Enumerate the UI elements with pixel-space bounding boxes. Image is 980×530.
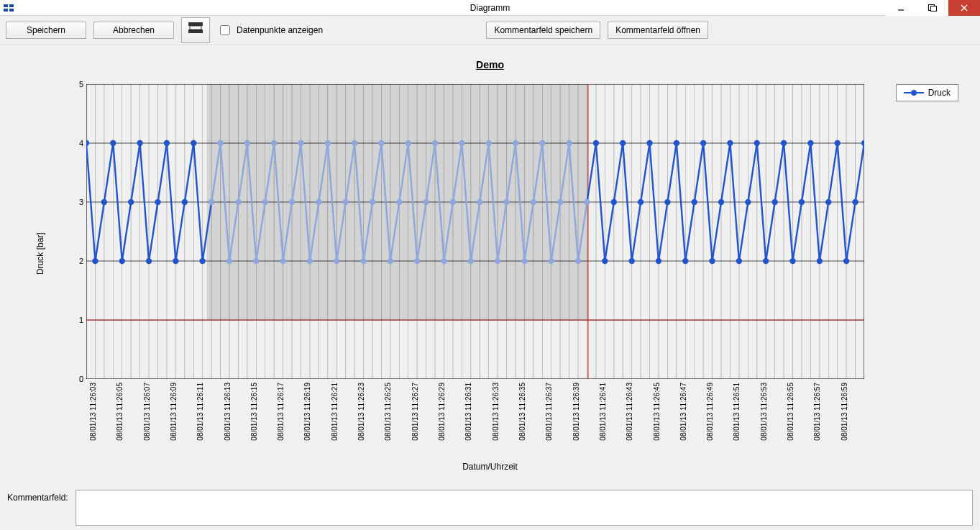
svg-point-263 xyxy=(664,199,670,205)
legend-swatch-icon xyxy=(904,89,924,96)
svg-rect-11 xyxy=(190,26,201,29)
x-tick: 08/01/13 11:26:55 xyxy=(787,383,794,441)
svg-point-255 xyxy=(593,140,599,146)
comment-row: Kommentarfeld: xyxy=(0,484,980,530)
x-tick: 08/01/13 11:26:25 xyxy=(384,383,392,441)
svg-point-283 xyxy=(843,258,849,264)
svg-point-226 xyxy=(334,258,339,264)
x-axis-label: Datum/Uhrzeit xyxy=(462,462,518,472)
svg-point-212 xyxy=(209,199,214,205)
svg-rect-0 xyxy=(4,4,8,7)
x-tick: 08/01/13 11:26:49 xyxy=(706,383,714,441)
minimize-button[interactable] xyxy=(885,0,917,16)
x-tick: 08/01/13 11:26:19 xyxy=(303,383,311,441)
y-tick: 3 xyxy=(79,198,83,206)
svg-line-188 xyxy=(775,143,784,202)
comment-save-button[interactable]: Kommentarfeld speichern xyxy=(486,22,600,39)
comment-open-button[interactable]: Kommentarfeld öffnen xyxy=(608,22,708,39)
svg-line-121 xyxy=(175,202,184,261)
print-button[interactable] xyxy=(181,17,210,43)
maximize-button[interactable] xyxy=(917,0,948,16)
cancel-button[interactable]: Abbrechen xyxy=(93,22,174,39)
print-icon xyxy=(187,21,204,39)
x-tick: 08/01/13 11:26:15 xyxy=(250,383,258,441)
datapoints-checkbox-wrap[interactable]: Datenpunkte anzeigen xyxy=(217,23,323,37)
x-tick: 08/01/13 11:26:07 xyxy=(143,383,151,441)
window-title: Diagramm xyxy=(470,3,510,13)
svg-point-259 xyxy=(628,258,634,264)
svg-point-219 xyxy=(271,140,277,146)
y-tick: 0 xyxy=(79,375,83,383)
svg-point-223 xyxy=(307,258,313,264)
svg-line-196 xyxy=(846,202,855,261)
chart-area: Demo Druck [bar] Datum/Uhrzeit 08/01/13 … xyxy=(0,45,980,483)
x-tick: 08/01/13 11:26:45 xyxy=(653,383,661,441)
svg-point-266 xyxy=(692,199,697,205)
svg-point-279 xyxy=(807,140,813,146)
datapoints-checkbox[interactable] xyxy=(220,25,230,35)
save-button[interactable]: Speichern xyxy=(6,22,86,39)
svg-point-248 xyxy=(531,199,536,205)
comment-textarea[interactable] xyxy=(75,490,973,526)
svg-point-253 xyxy=(575,258,581,264)
svg-point-208 xyxy=(173,258,178,264)
x-tick: 08/01/13 11:26:27 xyxy=(411,383,419,441)
svg-point-284 xyxy=(852,199,858,205)
svg-line-191 xyxy=(802,143,810,202)
x-tick: 08/01/13 11:26:43 xyxy=(626,383,633,441)
svg-line-181 xyxy=(713,202,721,261)
x-tick: 08/01/13 11:26:41 xyxy=(599,383,607,441)
svg-point-237 xyxy=(432,140,438,146)
datapoints-label: Datenpunkte anzeigen xyxy=(237,25,323,35)
svg-point-211 xyxy=(199,258,205,264)
svg-point-264 xyxy=(674,140,679,146)
svg-point-272 xyxy=(745,199,751,205)
y-tick: 1 xyxy=(79,316,83,324)
svg-line-169 xyxy=(605,202,613,261)
x-tick: 08/01/13 11:26:47 xyxy=(679,383,687,441)
svg-point-274 xyxy=(763,258,769,264)
legend-series-label: Druck xyxy=(928,88,951,98)
svg-point-281 xyxy=(825,199,831,205)
x-tick: 08/01/13 11:26:29 xyxy=(438,383,446,441)
chart-plot[interactable] xyxy=(86,84,864,379)
svg-line-170 xyxy=(614,143,623,202)
svg-point-209 xyxy=(182,199,188,205)
svg-line-115 xyxy=(122,202,131,261)
svg-point-251 xyxy=(557,199,563,205)
svg-rect-6 xyxy=(931,6,937,12)
svg-line-119 xyxy=(157,143,166,202)
svg-point-217 xyxy=(253,258,259,264)
x-tick: 08/01/13 11:26:03 xyxy=(89,383,97,441)
svg-line-113 xyxy=(104,143,113,202)
svg-point-268 xyxy=(709,258,715,264)
window-controls xyxy=(885,0,980,16)
svg-point-267 xyxy=(700,140,706,146)
x-tick: 08/01/13 11:26:33 xyxy=(492,383,500,441)
svg-point-273 xyxy=(754,140,760,146)
svg-point-216 xyxy=(244,140,250,146)
svg-point-280 xyxy=(817,258,823,264)
legend: Druck xyxy=(896,84,958,101)
close-button[interactable] xyxy=(948,0,980,16)
x-tick: 08/01/13 11:26:35 xyxy=(518,383,526,441)
svg-point-282 xyxy=(834,140,840,146)
y-axis-label: Druck [bar] xyxy=(35,232,45,275)
svg-line-190 xyxy=(793,202,802,261)
svg-point-224 xyxy=(316,199,321,205)
svg-line-122 xyxy=(185,143,193,202)
svg-point-203 xyxy=(128,199,134,205)
svg-point-218 xyxy=(262,199,268,205)
svg-point-269 xyxy=(718,199,724,205)
svg-point-220 xyxy=(280,258,285,264)
svg-point-261 xyxy=(646,140,652,146)
svg-point-205 xyxy=(146,258,152,264)
svg-point-262 xyxy=(656,258,661,264)
toolbar: Speichern Abbrechen Datenpunkte anzeigen… xyxy=(0,16,980,45)
svg-point-236 xyxy=(423,199,429,205)
svg-point-221 xyxy=(289,199,295,205)
svg-point-230 xyxy=(370,199,375,205)
svg-line-194 xyxy=(828,143,837,202)
y-tick: 2 xyxy=(79,257,83,265)
svg-point-257 xyxy=(611,199,617,205)
